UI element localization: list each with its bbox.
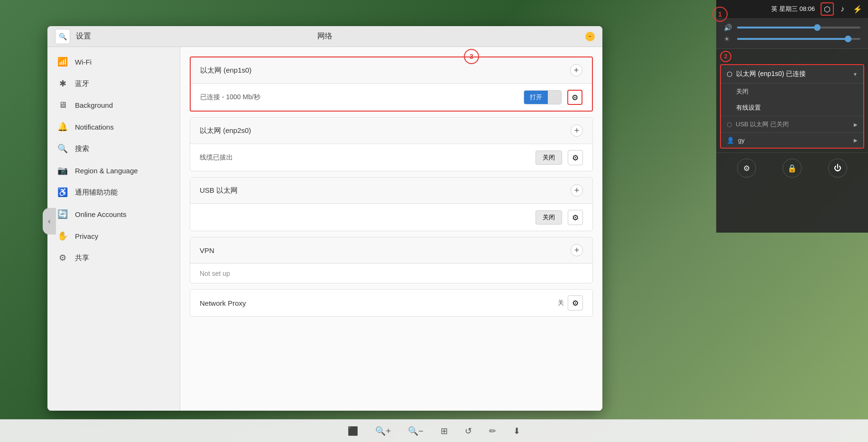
sidebar-item-online-accounts[interactable]: 🔄 Online Accounts [47,203,180,225]
panel-actions: ⚙ 🔒 ⏻ [716,152,868,183]
ethernet1-toggle[interactable]: 打开 [524,90,562,104]
settings-title: 设置 [76,31,91,41]
sound-tray-icon[interactable]: ♪ [836,2,849,16]
sidebar-item-notifications-label: Notifications [75,123,114,131]
settings-body: 📶 Wi-Fi ✱ 蓝牙 🖥 Background 🔔 Notification… [47,47,602,411]
privacy-icon: ✋ [57,231,68,241]
brightness-row: ☀ [724,35,860,43]
region-icon: 📷 [57,165,68,176]
toggle-on-label: 打开 [524,91,548,104]
sidebar: 📶 Wi-Fi ✱ 蓝牙 🖥 Background 🔔 Notification… [47,47,180,411]
sidebar-item-region[interactable]: 📷 Region & Language [47,160,180,181]
settings-window: 🔍 设置 网络 − 📶 Wi-Fi ✱ 蓝牙 🖥 Background 🔔 [47,26,602,411]
taskbar-desktop-btn[interactable]: ⬛ [345,424,361,438]
wifi-icon: 📶 [57,56,68,67]
user-label: gy [738,137,745,144]
network-dropdown-header: ⬡ 以太网 (enp1s0) 已连接 ▼ [721,65,863,84]
notifications-icon: 🔔 [57,122,68,132]
user-icon: 👤 [727,137,734,144]
power-tray-icon[interactable]: ⚡ [851,2,864,16]
sidebar-item-accessibility[interactable]: ♿ 通用辅助功能 [47,181,180,203]
usb-ethernet-name: USB 以太网 [200,186,238,195]
taskbar-zoom-out-btn[interactable]: 🔍− [405,424,426,438]
background-icon: 🖥 [57,100,68,110]
brightness-slider-track[interactable] [737,38,860,40]
network-tray-icon[interactable]: ⬡ [821,2,834,16]
usb-ethernet-chevron-icon: ▶ [854,122,858,127]
sidebar-item-privacy[interactable]: ✋ Privacy [47,225,180,247]
ethernet2-add-button[interactable]: + [571,124,583,137]
ethernet-connected-label: 以太网 (enp1s0) 已连接 [736,70,806,78]
brightness-thumb [845,36,851,42]
minimize-button[interactable]: − [585,32,595,41]
taskbar-annotate-btn[interactable]: ✏ [486,424,499,438]
usb-ethernet-section: USB 以太网 + 关闭 ⚙ [190,177,593,231]
network-dropdown-title-area: ⬡ 以太网 (enp1s0) 已连接 [727,70,806,78]
titlebar-right: − [585,32,595,41]
taskbar-download-btn[interactable]: ⬇ [510,424,523,438]
toggle-off-part [548,91,561,104]
ethernet2-item: 线缆已拔出 关闭 ⚙ [190,144,592,171]
taskbar-zoom-in-btn[interactable]: 🔍+ [372,424,394,438]
system-topbar: 英 星期三 08:06 ⬡ ♪ ⚡ [716,0,868,18]
sidebar-item-background[interactable]: 🖥 Background [47,94,180,116]
sidebar-item-region-label: Region & Language [75,167,138,175]
sidebar-item-search[interactable]: 🔍 搜索 [47,138,180,160]
sidebar-item-accessibility-label: 通用辅助功能 [75,188,118,197]
ethernet2-settings-button[interactable]: ⚙ [568,150,583,165]
volume-thumb [814,24,821,31]
power-off-button[interactable]: ⏻ [828,159,847,178]
sidebar-item-bluetooth[interactable]: ✱ 蓝牙 [47,73,180,94]
vpn-section: VPN + Not set up [190,237,593,283]
usb-ethernet-add-button[interactable]: + [571,184,583,197]
brightness-fill [737,38,848,40]
proxy-settings-button[interactable]: ⚙ [568,295,583,310]
wired-settings-option[interactable]: 有线设置 [721,100,863,116]
system-settings-button[interactable]: ⚙ [737,159,756,178]
ethernet2-close-button[interactable]: 关闭 [536,150,562,165]
ethernet1-item: 已连接 - 1000 Mb/秒 打开 ⚙ [191,84,592,111]
ethernet1-add-button[interactable]: + [570,64,582,76]
usb-ethernet-header: USB 以太网 + [190,178,592,204]
proxy-label: Network Proxy [200,299,246,307]
accessibility-icon: ♿ [57,187,68,197]
usb-ethernet-status-label: USB 以太网 已关闭 [736,120,789,129]
sidebar-item-search-label: 搜索 [75,144,89,153]
annotation2-area: 2 [716,49,868,64]
collapse-arrow[interactable]: ‹ [43,208,56,235]
system-panel: 英 星期三 08:06 ⬡ ♪ ⚡ 🔊 ☀ 2 [716,0,868,233]
sidebar-item-notifications[interactable]: 🔔 Notifications [47,116,180,138]
network-title: 网络 [317,31,332,41]
proxy-right: 关 ⚙ [558,295,583,310]
user-chevron-icon: ▶ [854,138,858,143]
usb-ethernet-close-button[interactable]: 关闭 [536,210,562,225]
user-row: 👤 gy ▶ [721,132,863,148]
user-label-area: 👤 gy [727,137,745,144]
volume-icon: 🔊 [724,24,733,31]
network-dropdown-net-icon: ⬡ [727,70,732,78]
ethernet2-section: 以太网 (enp2s0) + 线缆已拔出 关闭 ⚙ [190,117,593,171]
datetime-display: 英 星期三 08:06 [771,5,815,13]
sidebar-item-sharing[interactable]: ⚙ 共享 [47,247,180,269]
volume-fill [737,27,817,28]
network-dropdown: ⬡ 以太网 (enp1s0) 已连接 ▼ 关闭 有线设置 ⬡ USB 以太网 已… [720,64,864,149]
usb-ethernet-settings-button[interactable]: ⚙ [568,210,583,225]
usb-ethernet-row: ⬡ USB 以太网 已关闭 ▶ [721,116,863,132]
proxy-row: Network Proxy 关 ⚙ [190,290,592,316]
taskbar-grid-btn[interactable]: ⊞ [438,424,451,438]
disconnect-option[interactable]: 关闭 [721,84,863,100]
sidebar-item-bluetooth-label: 蓝牙 [75,79,89,88]
taskbar-refresh-btn[interactable]: ↺ [462,424,475,438]
ethernet2-name: 以太网 (enp2s0) [200,126,251,135]
vpn-not-setup-label: Not set up [190,263,592,283]
ethernet2-header: 以太网 (enp2s0) + [190,118,592,144]
brightness-icon: ☀ [724,35,733,43]
ethernet1-settings-button[interactable]: ⚙ [567,90,582,105]
sidebar-item-wifi[interactable]: 📶 Wi-Fi [47,51,180,73]
sidebar-item-sharing-label: 共享 [75,254,89,263]
volume-slider-track[interactable] [737,27,860,28]
vpn-add-button[interactable]: + [571,244,583,256]
lock-screen-button[interactable]: 🔒 [783,159,802,178]
search-button[interactable]: 🔍 [55,29,70,44]
proxy-section: Network Proxy 关 ⚙ [190,289,593,317]
